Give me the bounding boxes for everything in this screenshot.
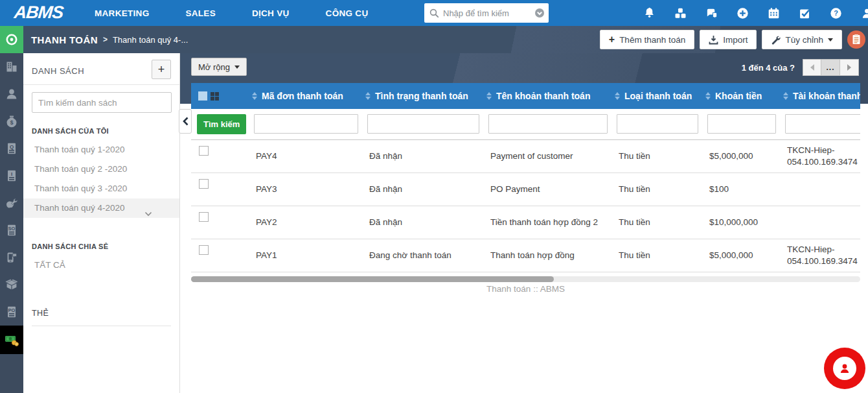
row-checkbox[interactable] xyxy=(199,146,209,156)
breadcrumb-current: Thanh toán quý 4-... xyxy=(113,35,188,45)
tags-header: THẺ xyxy=(32,309,179,318)
filter-input-khoan-tien[interactable] xyxy=(707,114,776,134)
product-box-icon[interactable] xyxy=(0,271,23,298)
sort-icon[interactable] xyxy=(783,92,788,100)
payment-cash-icon[interactable] xyxy=(0,326,23,354)
sort-icon[interactable] xyxy=(705,92,711,100)
cubes-icon[interactable] xyxy=(674,7,687,19)
sort-icon[interactable] xyxy=(365,92,371,100)
filter-input-loai[interactable] xyxy=(617,114,698,134)
svg-text:?: ? xyxy=(834,9,838,17)
calendar-icon[interactable] xyxy=(768,7,780,19)
row-checkbox[interactable] xyxy=(199,212,209,222)
contact-icon[interactable] xyxy=(0,80,23,108)
next-page-button[interactable] xyxy=(840,59,859,76)
invoice-doc-icon[interactable]: I xyxy=(0,162,23,189)
arrow-left-icon xyxy=(810,64,814,71)
select-all-checkbox[interactable] xyxy=(198,91,207,101)
money-bag-icon[interactable]: $ xyxy=(0,108,23,135)
cell-type: Thu tiền xyxy=(612,239,703,272)
add-list-button[interactable]: + xyxy=(152,60,171,79)
chat-icon[interactable] xyxy=(705,7,718,19)
prev-page-button[interactable] xyxy=(803,59,821,76)
cell-payment-id: PAY3 xyxy=(249,173,363,206)
wrench-icon xyxy=(771,35,781,45)
cell-status: Đã nhận xyxy=(363,173,484,206)
column-header[interactable]: Tên khoản thanh toán xyxy=(484,83,612,109)
filter-input-tinh-trang[interactable] xyxy=(367,114,479,134)
bell-icon[interactable] xyxy=(643,7,656,19)
list-search-input[interactable] xyxy=(32,92,172,113)
import-button[interactable]: Import xyxy=(700,30,757,49)
page-more-button[interactable]: ... xyxy=(821,59,840,76)
user-icon[interactable] xyxy=(861,7,868,19)
sidebar-list-item[interactable]: Thanh toán quý 1-2020 xyxy=(23,140,179,160)
cell-amount: $5,000,000 xyxy=(703,139,781,173)
sort-icon[interactable] xyxy=(486,92,492,100)
nav-menu-item[interactable]: DỊCH VỤ xyxy=(234,8,308,18)
service-tool-icon[interactable] xyxy=(0,189,23,217)
filter-input-ten-khoan[interactable] xyxy=(488,114,608,134)
help-icon[interactable]: ? xyxy=(830,7,842,19)
home-target-icon[interactable] xyxy=(0,26,23,53)
customize-button[interactable]: Tùy chỉnh xyxy=(762,30,842,49)
svg-text:$: $ xyxy=(10,119,14,126)
cell-account: TKCN-Hiep-054.100.169.3474 xyxy=(781,239,860,272)
column-header[interactable]: Tình trạng thanh toán xyxy=(363,83,484,109)
purchase-order-doc-icon[interactable]: PO xyxy=(0,298,23,326)
chevron-left-icon xyxy=(183,117,188,126)
table-row[interactable]: PAY1 Đang chờ thanh toán Thanh toán hợp … xyxy=(191,239,860,272)
person-icon xyxy=(833,357,856,380)
breadcrumb-module[interactable]: THANH TOÁN xyxy=(31,34,98,45)
payments-table: Mã đơn thanh toán Tình trạng thanh toán xyxy=(191,83,860,272)
support-contact-button[interactable] xyxy=(824,348,865,389)
sort-icon[interactable] xyxy=(252,92,257,100)
cell-account xyxy=(781,206,860,239)
page-actions: + Thêm thanh toán Import Tùy chỉnh xyxy=(600,30,868,49)
table-header-row: Mã đơn thanh toán Tình trạng thanh toán xyxy=(191,83,860,109)
table-row[interactable]: PAY2 Đã nhận Tiền thanh toán hợp đồng 2 … xyxy=(191,206,860,239)
add-payment-button[interactable]: + Thêm thanh toán xyxy=(600,30,694,49)
row-checkbox[interactable] xyxy=(199,179,209,189)
sidebar-list-item[interactable]: Thanh toán quý 2 -2020 xyxy=(23,160,179,179)
column-header[interactable]: Khoản tiền xyxy=(703,83,781,109)
column-header[interactable]: Loại thanh toán xyxy=(612,83,703,109)
cell-name: Payment of customer xyxy=(484,139,612,173)
row-checkbox[interactable] xyxy=(199,245,209,255)
select-all-header[interactable] xyxy=(191,83,249,109)
top-navbar: ABMS MARKETINGSALESDỊCH VỤCÔNG CỤ xyxy=(0,0,868,26)
table-row[interactable]: PAY3 Đã nhận PO Payment Thu tiền $100 xyxy=(191,173,860,206)
shared-lists-header: DANH SÁCH CHIA SẺ xyxy=(32,243,179,250)
column-grid-icon[interactable] xyxy=(211,92,219,101)
table-search-button[interactable]: Tìm kiếm xyxy=(197,114,246,134)
building-icon[interactable] xyxy=(0,53,23,80)
filter-row: Tìm kiếm xyxy=(191,109,860,139)
app-logo[interactable]: ABMS xyxy=(13,3,64,23)
filter-input-ma-don[interactable] xyxy=(254,114,358,134)
sidebar-collapse-toggle[interactable] xyxy=(179,109,192,134)
column-header[interactable]: Mã đơn thanh toán xyxy=(249,83,363,109)
table-row[interactable]: PAY4 Đã nhận Payment of customer Thu tiề… xyxy=(191,139,860,173)
nav-menu-item[interactable]: MARKETING xyxy=(76,8,167,18)
column-header[interactable]: Tài khoản thanh toán xyxy=(781,83,860,109)
search-scope-chevron-icon[interactable] xyxy=(534,8,545,18)
filter-input-tai-khoan[interactable] xyxy=(785,114,860,134)
horizontal-scrollbar[interactable] xyxy=(191,276,860,282)
chevron-down-icon[interactable] xyxy=(144,204,152,224)
nav-menu-item[interactable]: CÔNG CỤ xyxy=(308,8,387,18)
expand-button[interactable]: Mở rộng xyxy=(191,58,247,76)
sidebar-list-item[interactable]: TẤT CẢ xyxy=(23,256,179,275)
global-search-input[interactable] xyxy=(443,8,534,18)
sales-order-doc-icon[interactable]: SO xyxy=(0,217,23,244)
phone-chat-icon[interactable] xyxy=(0,244,23,271)
quote-doc-icon[interactable]: Q xyxy=(0,135,23,162)
scrollbar-thumb[interactable] xyxy=(191,276,554,282)
sidebar-list-item[interactable]: Thanh toán quý 3 -2020 xyxy=(23,179,179,198)
plus-circle-icon[interactable] xyxy=(737,7,749,19)
sort-icon[interactable] xyxy=(615,92,620,100)
task-check-icon[interactable] xyxy=(799,7,811,19)
clipboard-badge-icon[interactable] xyxy=(847,30,865,49)
sidebar-list-item[interactable]: Thanh toán quý 4-2020 xyxy=(23,198,179,218)
nav-menu-item[interactable]: SALES xyxy=(167,8,234,18)
svg-text:PO: PO xyxy=(8,307,16,313)
